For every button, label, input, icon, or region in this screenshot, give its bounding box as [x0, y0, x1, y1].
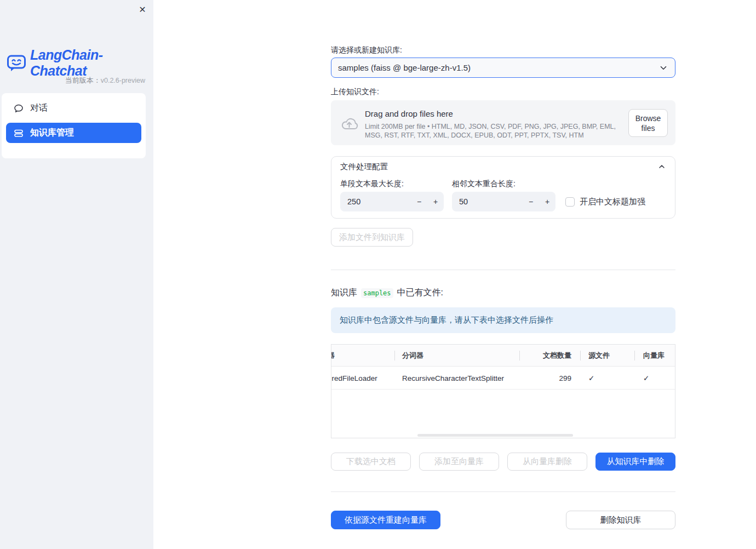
dropzone-limit-text: Limit 200MB per file • HTML, MD, JSON, C…	[365, 122, 627, 140]
expander-header[interactable]: 文件处理配置	[331, 157, 675, 176]
expander-title: 文件处理配置	[340, 162, 657, 172]
sidebar: ✕ LangChain-Chatchat 当前版本：v0.2.6-preview	[0, 0, 153, 549]
decrement-button[interactable]: −	[523, 192, 539, 211]
chevron-down-icon	[658, 63, 668, 73]
sidebar-close-icon[interactable]: ✕	[135, 3, 150, 16]
app-window: ✕ LangChain-Chatchat 当前版本：v0.2.6-preview	[0, 0, 756, 549]
chat-bubble-icon	[14, 104, 24, 113]
table-header-source-file: 源文件	[580, 345, 634, 367]
version-info: 当前版本：v0.2.6-preview	[65, 76, 145, 85]
delete-kb-button[interactable]: 删除知识库	[566, 511, 675, 529]
column-separator	[394, 351, 395, 361]
chunk-overlap-value[interactable]: 50	[452, 197, 523, 206]
table-header-vector-store: 向量库	[634, 345, 675, 367]
kb-files-table[interactable]: 器 分词器 文档数量 源文件 向量库 uredFileLoader Recurs…	[331, 344, 675, 438]
chunk-size-label: 单段文本最大长度:	[340, 179, 404, 189]
sidebar-item-knowledge-base[interactable]: 知识库管理	[6, 123, 141, 143]
kb-select-label: 请选择或新建知识库:	[331, 45, 402, 55]
kb-select-value: samples (faiss @ bge-large-zh-v1.5)	[338, 63, 658, 72]
kb-select-dropdown[interactable]: samples (faiss @ bge-large-zh-v1.5)	[331, 58, 675, 78]
table-header-loader: 器	[331, 345, 394, 367]
table-header-row: 器 分词器 文档数量 源文件 向量库	[331, 345, 675, 367]
chunk-size-value[interactable]: 250	[340, 197, 411, 206]
version-label: 当前版本：	[65, 76, 101, 84]
app-logo: LangChain-Chatchat	[7, 47, 153, 79]
main-content: 请选择或新建知识库: samples (faiss @ bge-large-zh…	[331, 0, 676, 549]
delete-from-vector-store-button[interactable]: 从向量库删除	[507, 453, 587, 471]
checkbox-unchecked-icon[interactable]	[565, 197, 575, 207]
download-selected-docs-button[interactable]: 下载选中文档	[331, 453, 411, 471]
cell-source-file-check: ✓	[580, 367, 634, 390]
cell-doc-count: 299	[519, 367, 580, 390]
chatchat-logo-icon	[7, 54, 26, 72]
chunk-overlap-label: 相邻文本重合长度:	[452, 179, 516, 189]
column-separator	[519, 351, 520, 361]
cloud-upload-icon	[340, 116, 358, 130]
table-horizontal-scrollbar[interactable]	[417, 434, 573, 437]
sidebar-item-label: 对话	[30, 102, 48, 114]
divider	[331, 270, 675, 270]
rebuild-vector-store-button[interactable]: 依据源文件重建向量库	[331, 511, 440, 529]
sidebar-item-dialogue[interactable]: 对话	[6, 98, 141, 118]
info-banner: 知识库中包含源文件与向量库，请从下表中选择文件后操作	[331, 307, 675, 333]
version-value: v0.2.6-preview	[101, 77, 145, 84]
dropzone-title: Drag and drop files here	[365, 109, 453, 118]
zh-title-enhance-label: 开启中文标题加强	[580, 197, 645, 207]
zh-title-enhance-checkbox-row[interactable]: 开启中文标题加强	[565, 197, 645, 207]
chunk-size-stepper: 250 − +	[340, 192, 444, 211]
add-files-to-kb-button[interactable]: 添加文件到知识库	[331, 228, 413, 247]
cell-splitter: RecursiveCharacterTextSplitter	[394, 367, 519, 390]
knowledge-base-icon	[14, 128, 24, 138]
table-row[interactable]: uredFileLoader RecursiveCharacterTextSpl…	[331, 367, 675, 390]
kb-files-heading: 知识库 samples 中已有文件:	[331, 287, 443, 299]
increment-button[interactable]: +	[427, 192, 444, 211]
sidebar-item-label: 知识库管理	[30, 127, 74, 139]
file-dropzone[interactable]: Drag and drop files here Limit 200MB per…	[331, 100, 675, 145]
browse-files-button[interactable]: Browse files	[628, 109, 668, 137]
add-to-vector-store-button[interactable]: 添加至向量库	[419, 453, 499, 471]
cell-vector-store-check: ✓	[634, 367, 675, 390]
kb-files-suffix: 中已有文件:	[397, 287, 443, 299]
table-header-splitter: 分词器	[394, 345, 519, 367]
file-processing-config-expander: 文件处理配置 单段文本最大长度: 相邻文本重合长度: 250 − + 50 − …	[331, 156, 675, 219]
chunk-overlap-stepper: 50 − +	[452, 192, 555, 211]
kb-files-prefix: 知识库	[331, 287, 357, 299]
upload-label: 上传知识文件:	[331, 87, 379, 97]
chevron-up-icon	[657, 162, 666, 171]
delete-from-kb-button[interactable]: 从知识库中删除	[595, 453, 675, 471]
cell-loader: uredFileLoader	[331, 367, 394, 390]
app-title: LangChain-Chatchat	[30, 47, 153, 79]
table-header-doc-count: 文档数量	[519, 345, 580, 367]
column-separator	[634, 351, 635, 361]
kb-name-code: samples	[361, 288, 393, 298]
increment-button[interactable]: +	[539, 192, 555, 211]
column-separator	[580, 351, 581, 361]
decrement-button[interactable]: −	[411, 192, 427, 211]
divider	[331, 491, 675, 492]
info-banner-text: 知识库中包含源文件与向量库，请从下表中选择文件后操作	[340, 315, 553, 325]
sidebar-menu: 对话 知识库管理	[2, 93, 146, 158]
